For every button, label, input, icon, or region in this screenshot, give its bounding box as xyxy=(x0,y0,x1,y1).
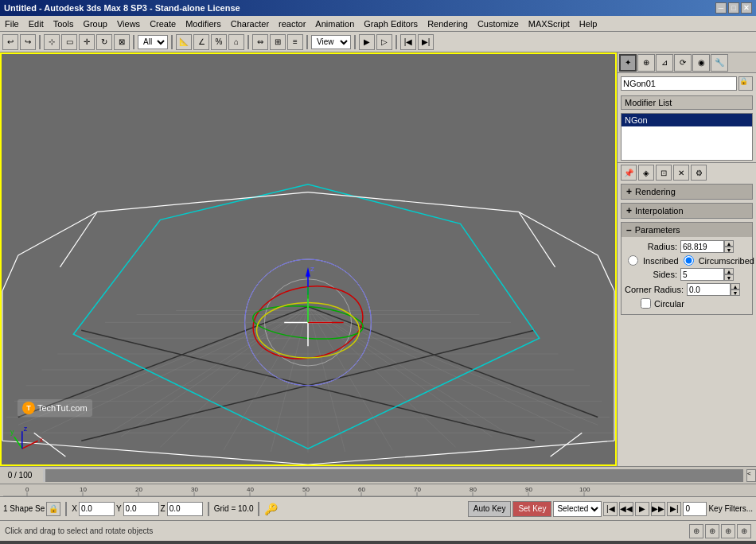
angle-snap[interactable]: ∠ xyxy=(193,34,209,50)
extra-btn-4[interactable]: ⊕ xyxy=(737,524,751,538)
frame-input[interactable] xyxy=(683,502,707,516)
panel-tab-create[interactable]: ✦ xyxy=(619,54,637,72)
playback-prev[interactable]: |◀ xyxy=(400,34,416,50)
selected-dropdown[interactable]: Selected xyxy=(553,501,602,517)
rollout-parameters-header[interactable]: – Parameters xyxy=(622,223,752,237)
prev-key-button[interactable]: ◀◀ xyxy=(619,502,633,516)
pin-stack-button[interactable]: 📌 xyxy=(621,165,637,181)
rotate-button[interactable]: ↻ xyxy=(96,34,112,50)
inscribed-radio[interactable] xyxy=(628,255,638,266)
next-key-button[interactable]: ▶▶ xyxy=(651,502,665,516)
configure-button[interactable]: ⚙ xyxy=(691,165,707,181)
remove-modifier-button[interactable]: ✕ xyxy=(673,165,689,181)
menu-animation[interactable]: Animation xyxy=(310,17,359,30)
make-unique-button[interactable]: ⊡ xyxy=(656,165,672,181)
radius-input[interactable] xyxy=(680,240,724,253)
percent-snap[interactable]: % xyxy=(211,34,227,50)
snap-dropdown[interactable]: All xyxy=(138,35,168,49)
corner-radius-up[interactable]: ▲ xyxy=(731,283,740,289)
z-label: Z xyxy=(161,504,166,513)
panel-tab-display[interactable]: ◉ xyxy=(692,54,710,72)
extra-btn-2[interactable]: ⊕ xyxy=(705,524,719,538)
menu-tools[interactable]: Tools xyxy=(49,17,79,30)
menu-create[interactable]: Create xyxy=(145,17,181,30)
object-lock-button[interactable] xyxy=(738,76,753,91)
panel-tab-motion[interactable]: ⟳ xyxy=(674,54,692,72)
menu-rendering[interactable]: Rendering xyxy=(423,17,473,30)
rollout-parameters: – Parameters Radius: ▲ ▼ Inscribed xyxy=(621,222,753,315)
corner-radius-spinner[interactable]: ▲ ▼ xyxy=(731,283,740,296)
quick-render[interactable]: ▷ xyxy=(376,34,392,50)
panel-tab-hierarchy[interactable]: ⊿ xyxy=(656,54,673,72)
sides-spinner[interactable]: ▲ ▼ xyxy=(724,268,734,281)
next-frame-button[interactable]: ▶| xyxy=(667,502,681,516)
modifier-item-ngon[interactable]: NGon xyxy=(622,114,752,126)
sides-up[interactable]: ▲ xyxy=(724,268,734,274)
layer-button[interactable]: ≡ xyxy=(287,34,303,50)
menu-group[interactable]: Group xyxy=(78,17,112,30)
panel-tab-modify[interactable]: ⊕ xyxy=(637,54,655,72)
menu-help[interactable]: Help xyxy=(575,17,602,30)
spinner-snap[interactable]: ⌂ xyxy=(228,34,244,50)
menu-modifiers[interactable]: Modifiers xyxy=(181,17,226,30)
redo-button[interactable]: ↪ xyxy=(20,34,36,50)
snap-toggle[interactable]: 📐 xyxy=(176,34,192,50)
radius-up[interactable]: ▲ xyxy=(724,240,734,247)
lock-shapes-button[interactable]: 🔒 xyxy=(46,502,60,516)
menu-views[interactable]: Views xyxy=(112,17,145,30)
prev-frame-button[interactable]: |◀ xyxy=(603,502,618,516)
radius-label: Radius: xyxy=(625,242,680,251)
sides-down[interactable]: ▼ xyxy=(724,274,734,281)
x-input[interactable] xyxy=(79,502,115,516)
show-end-result[interactable]: ◈ xyxy=(638,165,654,181)
close-button[interactable]: ✕ xyxy=(741,2,752,14)
menu-edit[interactable]: Edit xyxy=(24,17,49,30)
auto-key-button[interactable]: Auto Key xyxy=(468,501,512,517)
object-name-input[interactable] xyxy=(621,76,737,91)
menu-character[interactable]: Character xyxy=(226,17,274,30)
mirror-button[interactable]: ⇔ xyxy=(252,34,268,50)
y-input[interactable] xyxy=(123,502,159,516)
playback-next[interactable]: ▶| xyxy=(418,34,434,50)
maximize-button[interactable]: □ xyxy=(728,2,739,14)
extra-btn-1[interactable]: ⊕ xyxy=(689,524,703,538)
radius-spinner[interactable]: ▲ ▼ xyxy=(724,240,734,253)
corner-radius-input[interactable] xyxy=(687,283,731,296)
view-dropdown[interactable]: View xyxy=(311,35,351,49)
z-input[interactable] xyxy=(167,502,203,516)
svg-text:60: 60 xyxy=(358,486,365,493)
corner-radius-row: Corner Radius: ▲ ▼ xyxy=(625,283,749,296)
minimize-button[interactable]: ─ xyxy=(715,2,727,14)
corner-radius-down[interactable]: ▼ xyxy=(731,289,740,296)
render-button[interactable]: ▶ xyxy=(359,34,375,50)
move-button[interactable]: ✛ xyxy=(79,34,95,50)
timeline-track[interactable] xyxy=(43,469,743,482)
timeline-scroll-left[interactable]: < xyxy=(746,469,756,482)
panel-tab-utilities[interactable]: 🔧 xyxy=(711,54,728,72)
circular-checkbox[interactable] xyxy=(641,298,651,309)
menu-reactor[interactable]: reactor xyxy=(274,17,310,30)
key-filters-label[interactable]: Key Filters... xyxy=(708,504,753,513)
menu-customize[interactable]: Customize xyxy=(473,17,524,30)
radius-down[interactable]: ▼ xyxy=(724,247,734,253)
undo-button[interactable]: ↩ xyxy=(2,34,18,50)
status-sep-3 xyxy=(258,502,259,516)
sides-input[interactable] xyxy=(680,268,724,281)
align-button[interactable]: ⊞ xyxy=(270,34,286,50)
rollout-rendering-header[interactable]: + Rendering xyxy=(622,185,752,199)
play-button[interactable]: ▶ xyxy=(635,502,649,516)
select-button[interactable]: ⊹ xyxy=(44,34,60,50)
scale-button[interactable]: ⊠ xyxy=(114,34,130,50)
svg-text:30: 30 xyxy=(191,486,198,493)
modifier-list-panel[interactable]: NGon xyxy=(621,113,753,161)
extra-btn-3[interactable]: ⊕ xyxy=(721,524,735,538)
menu-graph-editors[interactable]: Graph Editors xyxy=(359,17,423,30)
modifier-list-dropdown[interactable]: Modifier List xyxy=(621,95,753,110)
rollout-interpolation-header[interactable]: + Interpolation xyxy=(622,204,752,218)
menu-file[interactable]: File xyxy=(0,17,24,30)
menu-maxscript[interactable]: MAXScript xyxy=(524,17,575,30)
circumscribed-radio[interactable] xyxy=(684,255,694,266)
select-region-button[interactable]: ▭ xyxy=(61,34,77,50)
viewport-perspective[interactable]: Perspective xyxy=(0,52,617,466)
set-key-button[interactable]: Set Key xyxy=(512,501,551,517)
